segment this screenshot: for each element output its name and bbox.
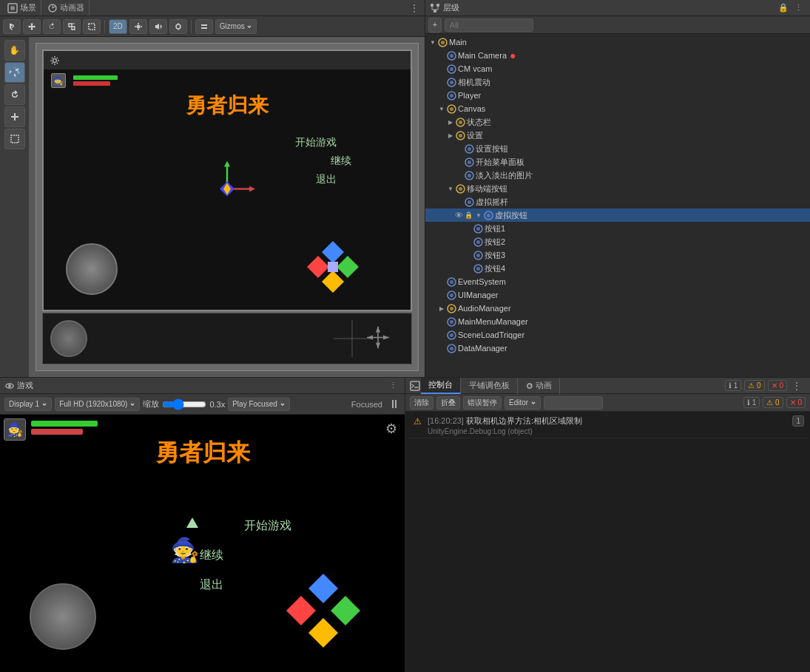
audio-btn[interactable] xyxy=(149,19,167,34)
tree-item-btn4[interactable]: 按钮4 xyxy=(425,262,810,275)
hierarchy-search[interactable] xyxy=(445,18,533,32)
game-controls-bar: Display 1 Full HD (1920x1080) 缩放 0.3x Pl… xyxy=(0,394,405,415)
tab-game[interactable]: 游戏 xyxy=(17,380,33,391)
scale-slider[interactable] xyxy=(162,399,206,410)
tree-icon-canvas xyxy=(446,103,456,114)
scale-btn[interactable] xyxy=(63,19,81,34)
bottom-area: 游戏 ⋮ Display 1 Full HD (1920x1080) 缩放 0.… xyxy=(0,377,810,672)
player-char: 🧙 xyxy=(170,532,200,569)
svg-point-79 xyxy=(476,240,480,244)
scale-tool[interactable] xyxy=(4,106,25,127)
gizmos-btn[interactable]: Gizmos xyxy=(215,19,257,34)
tree-arrow-mobile-btns[interactable]: ▼ xyxy=(446,184,455,193)
display-dropdown[interactable]: Display 1 xyxy=(4,398,52,411)
svg-rect-44 xyxy=(433,10,436,13)
tree-item-main[interactable]: ▼ Main xyxy=(425,35,810,49)
tree-label-ui-manager: UIManager xyxy=(458,291,498,299)
hierarchy-icon xyxy=(430,3,440,13)
tree-item-settings-btn[interactable]: 设置按钮 xyxy=(425,142,810,155)
tree-item-audio-manager[interactable]: ▶ AudioManager xyxy=(425,302,810,315)
tree-arrow-status-bar[interactable]: ▶ xyxy=(446,118,455,126)
tree-item-mobile-btns[interactable]: ▼ 移动端按钮 xyxy=(425,182,810,195)
tree-item-virtual-stick[interactable]: 虚拟摇杆 xyxy=(425,195,810,208)
tree-item-main-menu-panel[interactable]: 开始菜单面板 xyxy=(425,155,810,169)
lock-icon-virtual-btn[interactable]: 🔒 xyxy=(465,211,473,219)
tree-item-ui-manager[interactable]: UIManager xyxy=(425,288,810,302)
svg-point-51 xyxy=(450,54,453,58)
resolution-dropdown[interactable]: Full HD (1920x1080) xyxy=(55,398,140,411)
scene-icon xyxy=(7,3,18,13)
tree-item-scene-load-trigger[interactable]: SceneLoadTriqger xyxy=(425,328,810,342)
lighting-btn[interactable] xyxy=(129,19,147,34)
game-char-icon: 🧙 xyxy=(4,418,26,441)
move-tool[interactable] xyxy=(4,62,25,83)
btn-2d[interactable]: 2D xyxy=(109,19,127,34)
tree-item-btn2[interactable]: 按钮2 xyxy=(425,235,810,248)
tree-item-btn1[interactable]: 按钮1 xyxy=(425,222,810,235)
tree-arrow-main[interactable]: ▼ xyxy=(428,38,437,47)
tree-arrow-cm-vcam xyxy=(437,64,446,73)
rect-tool[interactable] xyxy=(4,129,25,149)
tab-animator[interactable]: 动画器 xyxy=(43,0,90,16)
tree-item-main-menu-manager[interactable]: MainMenuManager xyxy=(425,315,810,328)
console-search[interactable] xyxy=(544,396,603,410)
hierarchy-add-btn[interactable]: + xyxy=(428,18,442,33)
tab-scene[interactable]: 场景 xyxy=(3,0,41,16)
svg-point-77 xyxy=(476,227,480,231)
view-layers-btn[interactable] xyxy=(195,19,213,34)
scene-more-icon[interactable]: ⋮ xyxy=(407,3,422,13)
tree-item-event-system[interactable]: EventSystem xyxy=(425,275,810,288)
svg-point-81 xyxy=(476,254,480,257)
tab-flat-color[interactable]: 平铺调色板 xyxy=(462,378,518,394)
tree-arrow-btn1 xyxy=(464,224,473,233)
player-triangle xyxy=(186,517,198,528)
console-more-icon[interactable]: ⋮ xyxy=(788,381,806,391)
game-panel: 游戏 ⋮ Display 1 Full HD (1920x1080) 缩放 0.… xyxy=(0,377,405,672)
rotate-tool[interactable] xyxy=(4,84,25,105)
hierarchy-more-icon[interactable]: ⋮ xyxy=(792,3,806,13)
tree-item-main-camera[interactable]: Main Camera● xyxy=(425,49,810,62)
editor-dropdown[interactable]: Editor xyxy=(504,396,541,410)
tree-arrow-virtual-btn[interactable]: ▼ xyxy=(474,211,483,220)
tree-item-player[interactable]: Player xyxy=(425,89,810,102)
tree-label-virtual-btn: 虚拟按钮 xyxy=(495,210,527,221)
tree-arrow-settings-btn xyxy=(455,144,464,153)
tree-item-camera-shake[interactable]: 相机震动 xyxy=(425,75,810,89)
hand-tool[interactable]: ✋ xyxy=(4,40,25,61)
game-more-icon[interactable]: ⋮ xyxy=(386,381,400,390)
pause-icon: ⏸ xyxy=(388,398,400,411)
chevron-down-icon-ed xyxy=(530,400,536,406)
tree-arrow-canvas[interactable]: ▼ xyxy=(437,104,446,113)
log-time: [16:20:23] xyxy=(428,416,466,425)
play-focused-dropdown[interactable]: Play Focused xyxy=(228,398,290,411)
tree-item-status-bar[interactable]: ▶ 状态栏 xyxy=(425,115,810,129)
tree-item-cm-vcam[interactable]: CM vcam xyxy=(425,62,810,75)
rotate-btn[interactable] xyxy=(43,19,61,34)
tab-console[interactable]: 控制台 xyxy=(421,378,461,394)
tree-item-fade-image[interactable]: 淡入淡出的图片 xyxy=(425,169,810,182)
rect-btn[interactable] xyxy=(83,19,101,34)
collapse-btn[interactable]: 折叠 xyxy=(436,396,460,410)
move-btn[interactable] xyxy=(23,19,41,34)
tree-item-data-manager[interactable]: DataManager xyxy=(425,342,810,355)
fx-icon xyxy=(174,22,183,31)
tree-item-settings-group[interactable]: ▶ 设置 xyxy=(425,129,810,142)
pause-on-error-btn[interactable]: 错误暂停 xyxy=(463,396,502,410)
fx-btn[interactable] xyxy=(169,19,187,34)
scene-frame-header xyxy=(44,51,411,69)
eye-icon-virtual-btn[interactable]: 👁 xyxy=(455,211,463,220)
scene-view[interactable]: ✋ xyxy=(0,37,425,377)
tree-item-virtual-btn[interactable]: 👁🔒▼ 虚拟按钮 xyxy=(425,208,810,222)
rotate-icon xyxy=(47,22,56,31)
tree-item-canvas[interactable]: ▼ Canvas xyxy=(425,102,810,115)
char-icon-scene: 🧙 xyxy=(51,73,66,88)
tree-arrow-settings-group[interactable]: ▶ xyxy=(446,131,455,140)
tab-animation[interactable]: 动画 xyxy=(519,378,560,394)
diamond-btns-game xyxy=(279,566,368,657)
tree-arrow-audio-manager[interactable]: ▶ xyxy=(437,304,446,313)
clear-btn[interactable]: 清除 xyxy=(410,396,433,410)
console-icon xyxy=(410,381,420,391)
diamond-svg-scene xyxy=(300,234,366,300)
transform-btn[interactable] xyxy=(3,19,21,34)
tree-item-btn3[interactable]: 按钮3 xyxy=(425,248,810,262)
